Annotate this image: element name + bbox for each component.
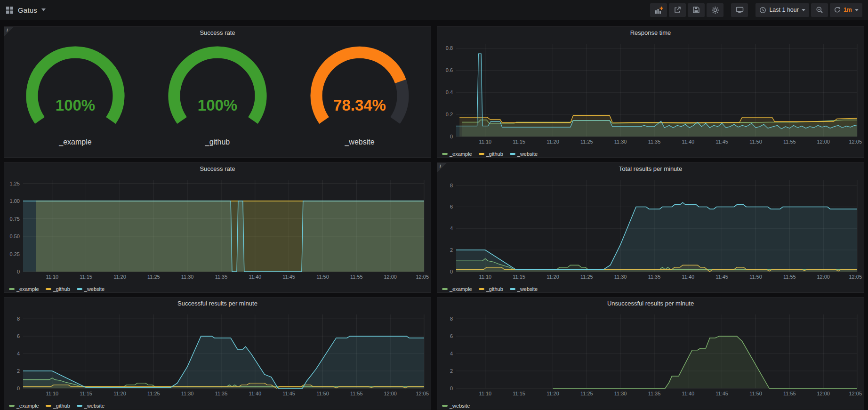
legend-item-_github[interactable]: _github (46, 403, 70, 409)
chart-canvas[interactable]: 00.20.40.60.811:1011:1511:2011:2511:3011… (437, 39, 864, 147)
legend-swatch (9, 405, 15, 407)
x-tick-label: 11:55 (783, 139, 796, 145)
legend-label: _website (450, 403, 470, 409)
x-tick-label: 11:45 (282, 391, 295, 396)
legend-swatch (442, 153, 448, 155)
panel-title[interactable]: Unsuccessful results per minute (437, 297, 864, 310)
x-tick-label: 11:40 (682, 139, 694, 145)
gauge-value: 100% (146, 96, 289, 114)
panel-unsuccessful-results: Unsuccessful results per minute 0246811:… (437, 297, 864, 410)
panel-title[interactable]: Success rate (4, 163, 431, 175)
info-triangle (4, 27, 14, 36)
x-tick-label: 11:20 (547, 139, 559, 145)
total-results-chart[interactable]: 0246811:1011:1511:2011:2511:3011:3511:40… (437, 175, 864, 284)
response-time-chart[interactable]: 00.20.40.60.811:1011:1511:2011:2511:3011… (437, 39, 864, 149)
legend-item-_example[interactable]: _example (9, 286, 39, 292)
chart-canvas[interactable]: 00.250.500.751.001.2511:1011:1511:2011:2… (4, 175, 431, 282)
y-tick-label: 0.6 (446, 67, 453, 73)
y-tick-label: 0 (17, 269, 20, 274)
refresh-picker[interactable]: 1m (830, 3, 862, 17)
legend-item-_example[interactable]: _example (442, 151, 472, 157)
chart-canvas[interactable]: 0246811:1011:1511:2011:2511:3011:3511:40… (437, 310, 864, 399)
legend-item-_website[interactable]: _website (510, 151, 538, 157)
legend-swatch (9, 288, 15, 290)
caret-down-icon (802, 9, 805, 11)
panel-info-corner[interactable]: i (437, 163, 448, 173)
successful-results-chart[interactable]: 0246811:1011:1511:2011:2511:3011:3511:40… (4, 310, 431, 401)
legend-item-_website[interactable]: _website (77, 286, 104, 292)
x-tick-label: 11:20 (113, 391, 126, 396)
y-tick-label: 2 (450, 368, 453, 374)
panel-title[interactable]: Success rate (4, 27, 431, 39)
series-fill-_website (23, 201, 424, 272)
x-tick-label: 11:10 (479, 274, 491, 280)
add-panel-icon (655, 6, 663, 14)
legend-swatch (46, 288, 51, 290)
legend-label: _github (53, 403, 70, 409)
legend-item-_website[interactable]: _website (510, 286, 538, 292)
x-tick-label: 12:05 (416, 274, 429, 280)
chart-canvas[interactable]: 0246811:1011:1511:2011:2511:3011:3511:40… (4, 310, 431, 399)
legend-label: _github (486, 151, 503, 157)
legend-item-_website[interactable]: _website (77, 403, 104, 409)
x-tick-label: 11:10 (479, 391, 491, 396)
y-tick-label: 8 (450, 183, 453, 188)
gauge-value: 78.34% (289, 96, 431, 114)
legend-swatch (46, 405, 51, 407)
x-tick-label: 11:50 (749, 139, 762, 145)
panel-title[interactable]: Response time (437, 27, 864, 39)
time-range-picker[interactable]: Last 1 hour (755, 3, 809, 17)
x-tick-label: 11:50 (749, 274, 762, 280)
x-tick-label: 11:30 (614, 391, 627, 396)
chart-canvas[interactable]: 0246811:1011:1511:2011:2511:3011:3511:40… (437, 175, 864, 282)
info-icon: i (440, 163, 441, 169)
navbar: Gatus (0, 0, 868, 20)
x-tick-label: 11:15 (513, 139, 525, 145)
y-tick-label: 6 (450, 204, 453, 209)
x-tick-label: 11:45 (715, 274, 728, 280)
legend-item-_github[interactable]: _github (46, 286, 70, 292)
legend-item-_github[interactable]: _github (479, 151, 503, 157)
x-tick-label: 11:10 (479, 139, 491, 145)
x-tick-label: 11:25 (580, 139, 593, 145)
settings-button[interactable] (707, 3, 723, 17)
x-tick-label: 11:50 (749, 391, 762, 396)
legend-item-_example[interactable]: _example (442, 286, 472, 292)
zoom-out-icon (816, 6, 823, 14)
legend-item-_github[interactable]: _github (479, 286, 503, 292)
gauge-label: _example (59, 138, 91, 146)
gauge-arc-svg (298, 44, 421, 138)
dashboard-title-dropdown[interactable]: Gatus (6, 6, 46, 14)
success-rate-chart[interactable]: 00.250.500.751.001.2511:1011:1511:2011:2… (4, 175, 431, 284)
series-fill-_website (456, 202, 857, 272)
x-tick-label: 11:55 (783, 274, 796, 280)
panel-title[interactable]: Successful results per minute (4, 297, 431, 310)
series-fill-_website (553, 336, 858, 388)
legend-swatch (510, 288, 515, 290)
x-tick-label: 11:40 (682, 274, 694, 280)
legend-swatch (479, 153, 484, 155)
zoom-out-button[interactable] (811, 3, 828, 17)
chart-legend: _website (437, 401, 864, 410)
panel-title[interactable]: Total results per minute (437, 163, 864, 175)
x-tick-label: 11:25 (147, 391, 160, 396)
panel-info-corner[interactable]: i (4, 27, 15, 37)
add-panel-button[interactable] (650, 3, 667, 17)
x-tick-label: 11:25 (147, 274, 160, 280)
legend-label: _example (450, 286, 472, 292)
x-tick-label: 11:15 (80, 274, 92, 280)
x-tick-label: 11:30 (614, 274, 627, 280)
info-triangle (437, 163, 447, 172)
legend-item-_example[interactable]: _example (9, 403, 39, 409)
save-button[interactable] (688, 3, 705, 17)
panel-response-time: Response time 00.20.40.60.811:1011:1511:… (437, 26, 864, 158)
navbar-actions: Last 1 hour 1m (648, 3, 862, 17)
legend-item-_website[interactable]: _website (442, 403, 470, 409)
x-tick-label: 11:15 (80, 391, 92, 396)
tv-mode-button[interactable] (731, 3, 748, 17)
info-icon: i (7, 27, 8, 32)
gauge-value: 100% (4, 96, 146, 114)
share-button[interactable] (669, 3, 686, 17)
x-tick-label: 11:15 (513, 274, 525, 280)
unsuccessful-results-chart[interactable]: 0246811:1011:1511:2011:2511:3011:3511:40… (437, 310, 864, 401)
